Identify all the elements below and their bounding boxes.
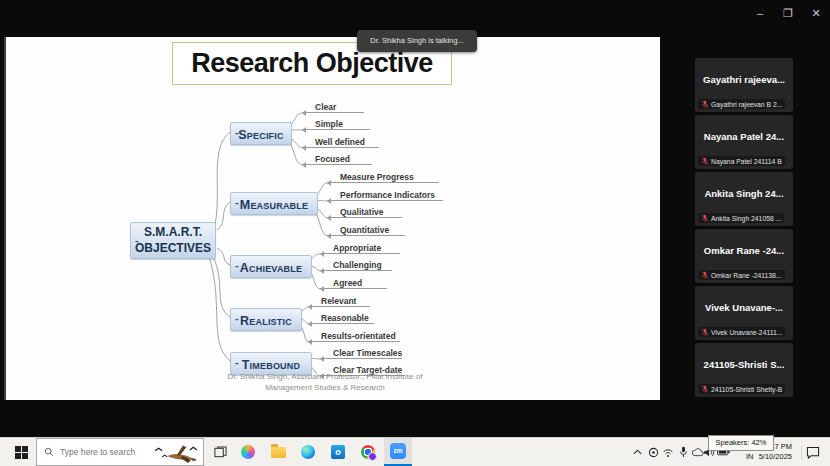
participant-label: 241105-Shristi Shetty-B xyxy=(698,384,785,394)
minimize-button[interactable]: – xyxy=(746,0,774,26)
copilot-button[interactable] xyxy=(234,438,262,466)
collapse-toggle-icon: - xyxy=(235,191,239,212)
target-dot-icon xyxy=(648,447,659,458)
outlook-button[interactable]: o xyxy=(324,438,352,466)
tray-expand-button[interactable] xyxy=(630,445,644,459)
mindmap-leaf: Agreed xyxy=(320,278,387,289)
close-button[interactable]: ✕ xyxy=(802,0,830,26)
mindmap-leaf: Relevant xyxy=(308,296,370,307)
search-input[interactable] xyxy=(58,446,152,458)
mic-muted-icon xyxy=(701,100,709,108)
mindmap-connectors xyxy=(6,37,660,400)
node-label: Timebound xyxy=(242,358,300,372)
shared-screen-slide: Research Objective xyxy=(4,37,660,400)
mindmap-leaf: Clear Timescales xyxy=(320,348,402,359)
edge-button[interactable] xyxy=(294,438,322,466)
windows-logo-icon xyxy=(15,446,28,459)
chevron-up-icon xyxy=(633,449,642,455)
participant-tile[interactable]: Omkar Rane -24... Omkar Rane -241138... xyxy=(695,229,793,283)
participant-label-text: Gayathri rajeevan B 2... xyxy=(711,101,782,108)
mindmap-root-node[interactable]: - S.M.A.R.T. OBJECTIVES xyxy=(130,222,216,259)
mic-muted-icon xyxy=(701,328,709,336)
participant-name: Nayana Patel 24... xyxy=(695,131,793,142)
restore-button[interactable]: ❐ xyxy=(774,0,802,26)
participant-name: 241105-Shristi S... xyxy=(695,359,793,370)
mindmap-leaf: Challenging xyxy=(320,260,392,271)
mindmap-leaf: Clear xyxy=(302,102,364,113)
participant-label-text: Ankita Singh 241058 ... xyxy=(711,215,781,222)
participant-label-text: Nayana Patel 241114 B xyxy=(711,158,782,165)
participant-label: Ankita Singh 241058 ... xyxy=(698,213,784,223)
participant-label: Vivek Unavane-24111... xyxy=(698,327,785,337)
mindmap-leaf: Measure Progress xyxy=(327,172,439,183)
participant-tile[interactable]: Vivek Unavane-... Vivek Unavane-24111... xyxy=(695,286,793,340)
participant-label-text: 241105-Shristi Shetty-B xyxy=(711,386,782,393)
chrome-profile-badge xyxy=(368,452,377,461)
edge-icon xyxy=(301,445,315,459)
notification-bubble-icon xyxy=(806,446,820,459)
node-label: Measurable xyxy=(240,198,308,212)
mindmap-node-achievable[interactable]: - Achievable xyxy=(230,255,312,278)
participant-tile[interactable]: Nayana Patel 24... Nayana Patel 241114 B xyxy=(695,115,793,169)
mindmap-leaf: Appropriate xyxy=(320,243,400,254)
slide-attribution: Dr. Shikha Singh, Assistant Professor., … xyxy=(170,371,480,393)
participant-name: Gayathri rajeeva... xyxy=(695,74,793,85)
root-line1: S.M.A.R.T. xyxy=(131,224,215,240)
mic-muted-icon xyxy=(701,214,709,222)
mindmap-node-measurable[interactable]: - Measurable xyxy=(230,192,318,215)
tray-eye-protection-button[interactable] xyxy=(646,445,660,459)
mindmap-leaf: Focused xyxy=(302,154,372,165)
mic-muted-icon xyxy=(701,271,709,279)
zoom-icon: zm xyxy=(390,443,406,459)
collapse-toggle-icon: - xyxy=(235,351,239,372)
collapse-toggle-icon: - xyxy=(135,231,139,247)
mindmap-leaf: Quantitative xyxy=(327,225,405,236)
taskbar: o zm Speakers: 42% 1:47 PM IN 5/10/2025 xyxy=(0,437,830,466)
participant-tile[interactable]: Ankita Singh 24... Ankita Singh 241058 .… xyxy=(695,172,793,226)
participant-label-text: Omkar Rane -241138... xyxy=(711,272,782,279)
wifi-icon xyxy=(662,447,674,458)
node-label: Realistic xyxy=(240,314,292,328)
participant-name: Vivek Unavane-... xyxy=(695,302,793,313)
mindmap-leaf: Performance Indicators xyxy=(327,190,443,201)
collapse-toggle-icon: - xyxy=(235,121,239,142)
participant-tile[interactable]: 241105-Shristi S... 241105-Shristi Shett… xyxy=(695,343,793,397)
participant-label: Nayana Patel 241114 B xyxy=(698,156,785,166)
mindmap-node-specific[interactable]: - Specific xyxy=(230,122,292,145)
search-highlight-bird-icon[interactable] xyxy=(150,439,202,466)
speakers-volume-tooltip: Speakers: 42% xyxy=(708,435,774,451)
copilot-icon xyxy=(241,445,255,459)
mic-muted-icon xyxy=(701,385,709,393)
collapse-toggle-icon: - xyxy=(235,254,239,275)
file-explorer-icon xyxy=(271,447,286,458)
mindmap-leaf: Well defined xyxy=(302,137,379,148)
mindmap-node-realistic[interactable]: - Realistic xyxy=(230,308,302,331)
collapse-toggle-icon: - xyxy=(235,307,239,328)
participant-tile[interactable]: Gayathri rajeeva... Gayathri rajeevan B … xyxy=(695,58,793,112)
mic-muted-icon xyxy=(701,157,709,165)
mindmap-leaf: Simple xyxy=(302,119,370,130)
file-explorer-button[interactable] xyxy=(264,438,292,466)
participant-name: Omkar Rane -24... xyxy=(695,245,793,256)
tray-microphone-button[interactable] xyxy=(676,445,690,459)
tray-date: 5/10/2025 xyxy=(759,452,792,462)
window-controls: – ❐ ✕ xyxy=(746,0,830,26)
participant-name: Ankita Singh 24... xyxy=(695,188,793,199)
task-view-button[interactable] xyxy=(206,438,234,466)
zoom-app-button[interactable]: zm xyxy=(384,438,412,466)
task-view-icon xyxy=(214,446,227,459)
chrome-button[interactable] xyxy=(354,438,382,466)
speaker-toast: Dr. Shikha Singh is talking... xyxy=(357,30,477,52)
search-icon xyxy=(44,447,54,457)
action-center-button[interactable] xyxy=(801,445,824,460)
participant-label: Omkar Rane -241138... xyxy=(698,270,785,280)
node-label: Specific xyxy=(238,128,283,142)
mindmap-leaf: Reasonable xyxy=(308,313,374,324)
mindmap-leaf: Results-orientated xyxy=(308,331,400,342)
tray-language[interactable]: IN xyxy=(746,452,754,462)
tray-network-button[interactable] xyxy=(661,445,675,459)
start-button[interactable] xyxy=(8,438,34,466)
participant-label: Gayathri rajeevan B 2... xyxy=(698,99,785,109)
participant-label-text: Vivek Unavane-24111... xyxy=(711,329,782,336)
taskbar-search[interactable] xyxy=(36,438,204,466)
